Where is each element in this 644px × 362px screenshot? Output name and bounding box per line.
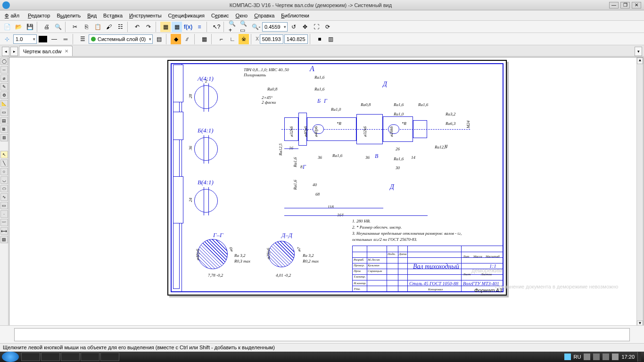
vertical-scrollbar[interactable]: ▲▼ <box>636 58 643 327</box>
ortho-button[interactable]: ∟ <box>227 34 238 44</box>
tray-icon[interactable] <box>564 354 571 360</box>
tray-lang[interactable]: RU <box>574 354 581 360</box>
layer-mgr-button[interactable]: ▤ <box>154 34 164 44</box>
print-button[interactable]: 🖨 <box>41 22 52 32</box>
menu-help[interactable]: Справка <box>252 12 276 19</box>
spec-button[interactable]: ▦ <box>160 22 171 32</box>
doc-tab-active[interactable]: Чертеж вал.cdw ✕ <box>19 46 73 56</box>
edit-tool[interactable]: ✎ <box>0 83 8 90</box>
drawing-canvas[interactable]: А(4:1) 2 28 Б(4:1) 36 В(4:1) 24 ТВЧ 0,8.… <box>9 57 644 334</box>
paste-button[interactable]: 📋 <box>92 22 103 32</box>
save-button[interactable]: 💾 <box>25 22 35 32</box>
new-button[interactable]: 📄 <box>2 22 12 32</box>
menu-tools[interactable]: Инструменты <box>127 12 164 19</box>
menu-select[interactable]: Выделить <box>55 12 83 19</box>
pan-button[interactable]: ✥ <box>300 22 310 32</box>
menu-file[interactable]: Файл <box>3 12 23 19</box>
panel-button[interactable]: ▥ <box>326 34 336 44</box>
menu-view[interactable]: Вид <box>85 12 99 19</box>
command-input[interactable] <box>14 328 630 341</box>
insert-tool[interactable]: ⊞ <box>0 134 8 141</box>
tray-expand-icon[interactable] <box>612 354 619 360</box>
coord-y-field[interactable]: 140.825 <box>284 34 308 44</box>
para-button[interactable]: ⫽ <box>182 34 192 44</box>
format-painter-button[interactable]: 🖌 <box>104 22 114 32</box>
menu-insert[interactable]: Вставка <box>101 12 124 19</box>
menu-service[interactable]: Сервис <box>209 12 231 19</box>
spec-tool[interactable]: ▤ <box>0 117 8 124</box>
tray-net-icon[interactable] <box>593 354 600 360</box>
measure-tool[interactable]: 📐 <box>0 100 8 107</box>
snap-toggle-button[interactable]: ※ <box>239 34 249 44</box>
tab-next-button[interactable]: ▸ <box>10 47 18 56</box>
param-tool[interactable]: ⚙ <box>0 91 8 99</box>
menu-window[interactable]: Окно <box>234 12 250 19</box>
menu-edit[interactable]: Редактор <box>26 12 52 19</box>
restore-button[interactable]: ❐ <box>620 2 630 8</box>
tab-prev-button[interactable]: ◂ <box>2 47 9 56</box>
symb-tool[interactable]: ⌀ <box>0 74 8 82</box>
start-button[interactable] <box>2 352 19 362</box>
dim-tool[interactable]: ↔ <box>0 66 8 74</box>
close-button[interactable]: ✕ <box>632 2 641 8</box>
ellipse-tool[interactable]: ⬭ <box>0 185 8 192</box>
fx-button[interactable]: f(x) <box>183 22 193 32</box>
tray-flag-icon[interactable] <box>584 354 590 360</box>
task-prog-2[interactable] <box>41 353 60 361</box>
coord-x-field[interactable]: 508.193 <box>260 34 283 44</box>
snap-mode-button[interactable]: ◆ <box>171 34 181 44</box>
open-button[interactable]: 📂 <box>13 22 24 32</box>
pointer-button[interactable]: ↖? <box>211 22 222 32</box>
menu-libs[interactable]: Библиотеки <box>279 12 311 19</box>
tray-vol-icon[interactable] <box>603 354 609 360</box>
cut-button[interactable]: ✂ <box>70 22 80 32</box>
task-prog-4[interactable] <box>81 353 99 361</box>
copy-button[interactable]: ⎘ <box>81 22 91 32</box>
layers-button[interactable]: ☰ <box>77 34 88 44</box>
zoom-out-button[interactable]: 🔍- <box>251 22 261 32</box>
task-prog-5[interactable] <box>100 353 119 361</box>
report-tool[interactable]: 🗎 <box>0 125 8 133</box>
properties-button[interactable]: ☷ <box>115 22 125 32</box>
show-desktop-button[interactable] <box>637 352 641 362</box>
grid-button[interactable]: ▦ <box>199 34 209 44</box>
ucs-button[interactable]: ⌐ <box>216 34 226 44</box>
color-swatch[interactable] <box>39 36 47 42</box>
zoom-fit-button[interactable]: ⛶ <box>311 22 322 32</box>
select-tool[interactable]: ▭ <box>0 108 8 116</box>
zoom-prev-button[interactable]: ↺ <box>289 22 299 32</box>
task-prog-1[interactable] <box>21 353 40 361</box>
layer-combo[interactable]: Системный слой (0) <box>89 34 153 44</box>
task-prog-3[interactable] <box>61 353 80 361</box>
redo-button[interactable]: ↷ <box>143 22 154 32</box>
tab-menu-button[interactable]: ▾ <box>635 47 642 56</box>
linetype-button[interactable]: — <box>49 34 59 44</box>
spline-tool[interactable]: ∿ <box>0 193 8 201</box>
tray-clock[interactable]: 17:20 <box>621 354 635 360</box>
zoom-combo[interactable]: 0.4559 <box>262 22 288 32</box>
preview-button[interactable]: 🔍 <box>53 22 63 32</box>
circle-tool[interactable]: ○ <box>0 168 8 175</box>
menu-spec[interactable]: Спецификация <box>166 12 206 19</box>
spec2-button[interactable]: ▦ <box>172 22 182 32</box>
zoom-in-button[interactable]: 🔍+ <box>228 22 239 32</box>
undo-button[interactable]: ↶ <box>132 22 142 32</box>
bezier-tool[interactable]: 〰 <box>0 219 8 226</box>
vars-button[interactable]: ≡ <box>194 22 205 32</box>
hatch-tool[interactable]: ▨ <box>0 236 8 243</box>
close-tab-icon[interactable]: ✕ <box>65 49 68 54</box>
zoom-window-button[interactable]: 🔍▭ <box>239 22 250 32</box>
geom-tool[interactable]: ◯ <box>0 58 8 65</box>
lineweight-button[interactable]: ═ <box>60 34 71 44</box>
pointer-tool[interactable]: ↖ <box>0 151 8 158</box>
autodim-tool[interactable]: ⟷ <box>0 227 8 235</box>
stop-button[interactable]: ■ <box>314 34 325 44</box>
redraw-button[interactable]: ⟳ <box>322 22 333 32</box>
scale-combo[interactable]: 1.0 <box>13 34 37 44</box>
line-tool[interactable]: ╲ <box>0 159 8 167</box>
rect-tool[interactable]: ▭ <box>0 202 8 209</box>
coord-mode-button[interactable]: ⊹ <box>2 34 12 44</box>
arc-tool[interactable]: ◡ <box>0 176 8 184</box>
minimize-button[interactable]: — <box>609 2 619 8</box>
point-tool[interactable]: ∙ <box>0 210 8 218</box>
